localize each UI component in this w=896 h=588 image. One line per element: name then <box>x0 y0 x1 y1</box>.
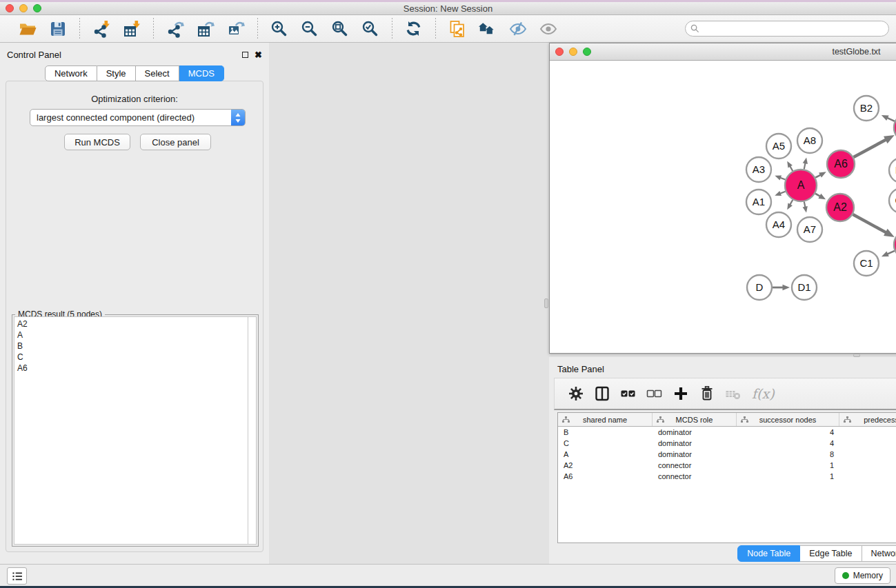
deselect-all-icon[interactable] <box>646 385 664 403</box>
run-mcds-button[interactable]: Run MCDS <box>64 134 130 150</box>
vertical-scroll-thumb[interactable] <box>544 298 548 308</box>
mcds-result-item[interactable]: A6 <box>17 363 248 374</box>
mcds-result-scrollbar[interactable] <box>248 316 257 545</box>
table-row[interactable]: A6connector11A6 <box>558 471 896 482</box>
zoom-fit-icon[interactable] <box>330 19 350 39</box>
network-window-titlebar[interactable]: testGlobe.txt <box>550 43 896 61</box>
table-selector-tabs: Node TableEdge TableNetwork TableMotifs <box>549 545 896 562</box>
table-row[interactable]: A2connector11A2 <box>558 460 896 471</box>
node-label-A7: A7 <box>804 223 816 235</box>
zoom-in-icon[interactable] <box>270 19 289 39</box>
table-row[interactable]: Bdominator41B <box>558 427 896 438</box>
edge-arrowhead <box>882 115 889 121</box>
table-cell: 1 <box>737 461 839 469</box>
table-cell: 0 <box>839 450 896 458</box>
table-cell: 1 <box>839 439 896 447</box>
column-header-shared-name[interactable]: shared name <box>558 413 653 426</box>
table-cell: A6 <box>558 472 653 480</box>
table-cell: 1 <box>839 428 896 436</box>
table-mode-gear-icon[interactable] <box>567 385 585 403</box>
table-cell: dominator <box>653 439 737 447</box>
dropdown-stepper-icon[interactable] <box>231 110 245 125</box>
mcds-result-item[interactable]: A2 <box>17 318 248 330</box>
delete-columns-icon[interactable] <box>698 385 716 403</box>
new-network-icon[interactable] <box>448 19 467 39</box>
table-row[interactable]: Adominator80A <box>558 449 896 460</box>
edge-A6-B[interactable] <box>853 139 886 157</box>
column-header-MCDS-role[interactable]: MCDS role <box>653 413 737 426</box>
memory-label: Memory <box>853 571 883 580</box>
table-cell: connector <box>653 461 737 469</box>
task-history-button[interactable] <box>7 567 27 585</box>
mcds-result-list[interactable]: A2ABCA6 <box>14 316 248 545</box>
export-network-icon[interactable] <box>166 19 185 39</box>
mcds-result-item[interactable]: C <box>17 352 248 363</box>
tab-network[interactable]: Network <box>45 65 97 81</box>
app-title: Session: New Session <box>0 3 896 14</box>
table-cell: 1 <box>737 472 839 480</box>
import-network-icon[interactable] <box>92 19 111 39</box>
search-icon <box>690 24 699 33</box>
node-table-body: Bdominator41BCdominator41CAdominator80AA… <box>558 427 896 482</box>
export-image-icon[interactable] <box>226 19 246 39</box>
table-cell: 4 <box>737 439 839 447</box>
create-column-icon[interactable] <box>672 385 690 403</box>
application-window: Session: New Session Control Panel ✖ Net… <box>0 0 896 588</box>
tab-mcds[interactable]: MCDS <box>179 65 224 81</box>
mcds-result-item[interactable]: A <box>17 330 248 341</box>
zoom-out-icon[interactable] <box>300 19 319 39</box>
table-cell: 1 <box>839 472 896 480</box>
refresh-network-icon[interactable] <box>404 19 424 39</box>
select-all-icon[interactable] <box>619 385 637 403</box>
zoom-selected-icon[interactable] <box>361 19 380 39</box>
node-label-A: A <box>797 179 805 191</box>
hide-panel-icon[interactable] <box>508 19 528 39</box>
optimization-criterion-label: Optimization criterion: <box>6 94 263 104</box>
app-titlebar[interactable]: Session: New Session <box>0 2 896 15</box>
toggle-view-icon[interactable] <box>593 385 611 403</box>
node-label-A4: A4 <box>773 219 785 230</box>
main-toolbar <box>0 15 896 43</box>
network-canvas[interactable]: ABCA6A2A1A3A4A5A7A8B1B2B3B4C1C2C3C4DD1 <box>550 61 896 353</box>
close-panel-button[interactable]: Close panel <box>140 134 211 150</box>
edge-arrowhead <box>884 229 895 237</box>
tab-network-table[interactable]: Network Table <box>862 545 896 562</box>
edge-arrowhead <box>882 252 889 257</box>
export-table-icon[interactable] <box>196 19 215 39</box>
close-panel-icon[interactable]: ✖ <box>255 52 262 58</box>
node-label-A8: A8 <box>804 134 816 146</box>
control-panel: Control Panel ✖ NetworkStyleSelectMCDS O… <box>0 43 269 564</box>
search-input[interactable] <box>699 24 888 34</box>
table-cell: 8 <box>737 450 839 458</box>
edge-B-B2[interactable] <box>887 118 895 121</box>
tab-node-table[interactable]: Node Table <box>737 545 800 562</box>
function-builder-icon[interactable]: f(x) <box>752 386 775 401</box>
column-header-predecessor-nodes[interactable]: predecessor nodes <box>839 413 896 426</box>
toolbar-separator <box>153 18 154 40</box>
table-row[interactable]: Cdominator41C <box>558 438 896 449</box>
node-label-A1: A1 <box>753 196 765 207</box>
node-table[interactable]: shared nameMCDS rolesuccessor nodesprede… <box>557 412 896 543</box>
tab-select[interactable]: Select <box>136 65 179 81</box>
status-bar: Memory <box>0 564 896 586</box>
home-icon[interactable] <box>478 19 497 39</box>
open-session-icon[interactable] <box>18 19 37 39</box>
tab-edge-table[interactable]: Edge Table <box>800 545 862 562</box>
criterion-dropdown[interactable]: largest connected component (directed) <box>30 109 246 126</box>
edge-C-C1[interactable] <box>887 251 895 254</box>
save-session-icon[interactable] <box>48 19 68 39</box>
import-table-icon[interactable] <box>122 19 141 39</box>
show-panel-icon[interactable] <box>539 19 558 39</box>
network-view-window[interactable]: testGlobe.txt ABCA6A2A1A3A4A5A7A8B1B2B3B… <box>549 43 896 354</box>
node-label-A6: A6 <box>834 158 848 170</box>
edge-A2-C[interactable] <box>853 214 886 233</box>
search-field[interactable] <box>685 21 889 37</box>
float-panel-icon[interactable] <box>242 52 248 58</box>
tab-style[interactable]: Style <box>97 65 136 81</box>
network-graph[interactable]: ABCA6A2A1A3A4A5A7A8B1B2B3B4C1C2C3C4DD1 <box>550 61 896 353</box>
memory-button[interactable]: Memory <box>835 567 890 584</box>
table-cell: dominator <box>653 450 737 458</box>
mcds-result-item[interactable]: B <box>17 341 248 352</box>
column-header-successor-nodes[interactable]: successor nodes <box>737 413 839 426</box>
table-cell: dominator <box>653 428 737 436</box>
